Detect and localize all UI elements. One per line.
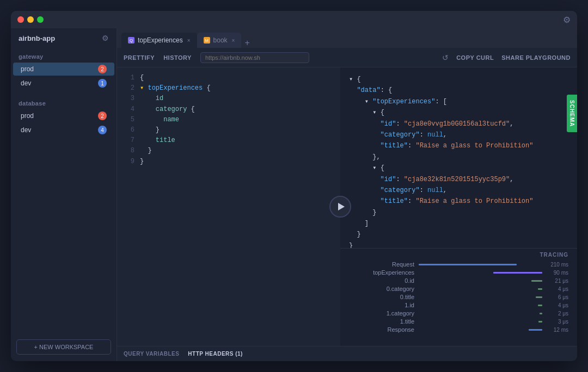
editor-response-split: 1 { 2 ▾ topExperiences { 3 id xyxy=(117,67,577,346)
refresh-icon[interactable]: ↺ xyxy=(442,53,449,62)
tracing-row-response: Response 12 ms xyxy=(349,326,568,333)
toolbar-right: ↺ COPY CURL SHARE PLAYGROUND xyxy=(442,53,571,62)
content-area: Q topExperiences × M book × + PRETTIFY H… xyxy=(117,28,577,361)
tab-label-book: book xyxy=(213,36,228,44)
code-line-4: 4 category { xyxy=(117,104,340,115)
code-editor[interactable]: 1 { 2 ▾ topExperiences { 3 id xyxy=(117,67,340,346)
tracing-content: Request 210 ms topExperiences xyxy=(340,261,577,346)
tracing-row-0category: 0.category 4 μs xyxy=(349,286,568,292)
gear-icon[interactable]: ⚙ xyxy=(102,34,109,42)
copy-curl-button[interactable]: COPY CURL xyxy=(456,54,494,61)
main-layout: airbnb-app ⚙ gateway prod 2 dev 1 databa… xyxy=(11,28,577,361)
code-line-9: 9 } xyxy=(117,157,340,167)
response-pane: SCHEMA ▾ { "data": { ▾ "topExperiences":… xyxy=(340,67,577,346)
tracing-pane: TRACING Request 210 ms xyxy=(340,248,577,346)
gateway-prod-badge: 2 xyxy=(98,65,107,73)
history-button[interactable]: HisToRY xyxy=(163,54,192,61)
tab-label-topexperiences: topExperiences xyxy=(138,36,183,44)
url-input[interactable] xyxy=(200,52,309,63)
tab-http-headers[interactable]: HTTP HEADERS (1) xyxy=(188,351,243,357)
code-line-7: 7 title xyxy=(117,135,340,146)
title-bar: ⚙ xyxy=(11,11,577,28)
database-prod-name: prod xyxy=(21,112,34,120)
bottom-bar: QUERY VARIABLES HTTP HEADERS (1) xyxy=(117,346,577,361)
app-name: airbnb-app xyxy=(19,34,55,42)
code-line-8: 8 } xyxy=(117,146,340,156)
maximize-button[interactable] xyxy=(37,16,44,23)
sidebar-item-database-prod[interactable]: prod 2 xyxy=(13,109,114,122)
response-json: ▾ { "data": { ▾ "topExperiences": [ ▾ { … xyxy=(340,67,577,248)
sidebar-header: airbnb-app ⚙ xyxy=(11,28,117,48)
topexperiences-bar xyxy=(493,272,542,274)
app-window: ⚙ airbnb-app ⚙ gateway prod 2 dev 1 data… xyxy=(11,11,577,361)
new-workspace-button[interactable]: + NEW WORKSPACE xyxy=(16,339,111,355)
close-button[interactable] xyxy=(17,16,24,23)
tracing-row-topexperiences: topExperiences 90 ms xyxy=(349,269,568,276)
gateway-dev-name: dev xyxy=(21,79,31,87)
database-dev-name: dev xyxy=(21,126,31,134)
code-line-6: 6 } xyxy=(117,125,340,135)
tab-bar: Q topExperiences × M book × + xyxy=(117,28,577,48)
editor-pane: 1 { 2 ▾ topExperiences { 3 id xyxy=(117,67,340,346)
gateway-label: gateway xyxy=(19,53,44,60)
minimize-button[interactable] xyxy=(27,16,34,23)
sidebar-item-gateway-prod[interactable]: prod 2 xyxy=(13,63,114,76)
tab-query-variables[interactable]: QUERY VARIABLES xyxy=(124,351,179,357)
code-line-3: 3 id xyxy=(117,94,340,104)
gateway-dev-badge: 1 xyxy=(98,79,107,88)
tab-book[interactable]: M book × xyxy=(197,33,242,48)
settings-icon[interactable]: ⚙ xyxy=(563,15,571,25)
tracing-row-request: Request 210 ms xyxy=(349,261,568,268)
tracing-row-1id: 1.id 4 μs xyxy=(349,302,568,308)
code-line-5: 5 name xyxy=(117,115,340,125)
tab-add-button[interactable]: + xyxy=(241,38,253,48)
tracing-row-0id: 0.id 21 μs xyxy=(349,277,568,284)
sidebar: airbnb-app ⚙ gateway prod 2 dev 1 databa… xyxy=(11,28,117,361)
database-label: database xyxy=(19,100,46,107)
sidebar-item-database-dev[interactable]: dev 4 xyxy=(13,123,114,137)
schema-tab[interactable]: SCHEMA xyxy=(567,95,577,132)
tracing-row-1title: 1.title 3 μs xyxy=(349,318,568,325)
code-line-2: 2 ▾ topExperiences { xyxy=(117,83,340,94)
code-line-1: 1 { xyxy=(117,73,340,83)
query-icon: Q xyxy=(128,37,134,44)
database-dev-badge: 4 xyxy=(98,126,107,134)
prettify-button[interactable]: PRETTIFY xyxy=(124,54,155,61)
sidebar-item-gateway-dev[interactable]: dev 1 xyxy=(13,77,114,90)
database-prod-badge: 2 xyxy=(98,111,107,120)
request-bar xyxy=(419,264,517,265)
tab-close-topexperiences[interactable]: × xyxy=(187,38,191,44)
tab-topexperiences[interactable]: Q topExperiences × xyxy=(121,33,197,48)
tracing-header: TRACING xyxy=(340,249,577,261)
sidebar-section-database: database xyxy=(11,95,117,109)
tab-close-book[interactable]: × xyxy=(232,38,235,44)
toolbar: PRETTIFY HisToRY ↺ COPY CURL SHARE PLAYG… xyxy=(117,48,577,67)
model-icon: M xyxy=(204,37,210,44)
play-triangle-icon xyxy=(338,203,345,210)
sidebar-section-gateway: gateway xyxy=(11,48,117,62)
tracing-row-1category: 1.category 2 μs xyxy=(349,310,568,317)
gateway-prod-name: prod xyxy=(21,65,34,73)
traffic-lights xyxy=(17,16,44,23)
share-playground-button[interactable]: SHARE PLAYGROUND xyxy=(501,54,571,61)
tracing-row-0title: 0.title 6 μs xyxy=(349,294,568,300)
play-button[interactable] xyxy=(329,196,351,218)
